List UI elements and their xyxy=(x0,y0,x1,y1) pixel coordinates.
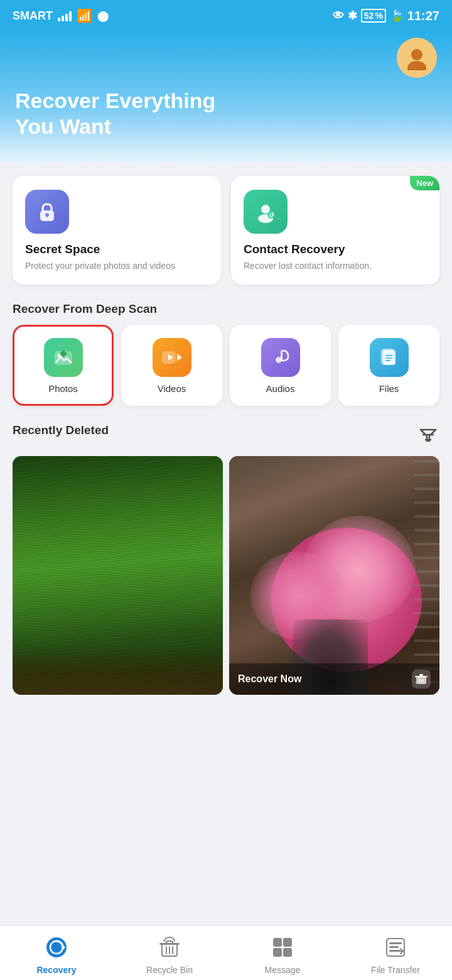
nav-item-recovery[interactable]: Recovery xyxy=(0,934,113,975)
svg-rect-20 xyxy=(385,355,393,356)
files-icon xyxy=(370,338,409,377)
filter-icon[interactable] xyxy=(417,423,439,446)
svg-rect-41 xyxy=(283,938,292,947)
header-title: Recover EverythingYou Want xyxy=(15,88,437,139)
carrier-name: SMART xyxy=(13,9,53,23)
recovery-nav-icon xyxy=(43,934,70,961)
svg-rect-4 xyxy=(46,215,48,217)
avatar[interactable] xyxy=(397,38,437,78)
lock-icon xyxy=(25,190,69,234)
top-cards: Secret Space Protect your private photos… xyxy=(13,176,439,285)
svg-rect-21 xyxy=(385,357,392,359)
videos-icon xyxy=(153,338,191,377)
clock: 11:27 xyxy=(407,9,439,23)
photos-icon xyxy=(44,338,83,377)
recover-bin-icon xyxy=(412,670,431,689)
bottom-nav: Recovery Recycle Bin xyxy=(0,925,452,980)
files-label: Files xyxy=(379,383,399,394)
contact-recovery-card[interactable]: New ↺ Contact Recovery Recover lost cont… xyxy=(231,176,439,285)
photo-grid: Recover Now xyxy=(0,456,452,695)
photos-label: Photos xyxy=(48,383,78,394)
svg-rect-25 xyxy=(419,674,423,676)
recovery-nav-label: Recovery xyxy=(36,965,76,975)
header: Recover EverythingYou Want xyxy=(0,31,452,163)
svg-marker-13 xyxy=(177,354,182,361)
leaf-icon: 🍃 xyxy=(390,9,404,23)
recently-deleted-title: Recently Deleted xyxy=(13,423,109,437)
deep-scan-title: Recover From Deep Scan xyxy=(13,302,439,316)
message-nav-icon xyxy=(269,934,296,961)
secret-space-desc: Protect your private photos and videos xyxy=(25,260,208,273)
svg-rect-35 xyxy=(159,943,180,945)
sim-icon: ⬤ xyxy=(97,10,109,22)
recover-now-overlay[interactable]: Recover Now xyxy=(229,663,439,695)
svg-rect-45 xyxy=(389,942,402,944)
new-badge: New xyxy=(410,176,439,190)
svg-rect-46 xyxy=(389,946,399,948)
svg-rect-22 xyxy=(385,360,390,361)
nav-item-recycle-bin[interactable]: Recycle Bin xyxy=(113,934,226,975)
recently-deleted-header: Recently Deleted xyxy=(13,423,439,446)
svg-rect-40 xyxy=(273,938,282,947)
svg-point-1 xyxy=(407,61,426,70)
nav-item-file-transfer[interactable]: File Transfer xyxy=(339,934,452,975)
audios-icon xyxy=(261,338,300,377)
photo-item-grass[interactable] xyxy=(13,456,223,695)
file-transfer-nav-icon xyxy=(382,934,409,961)
svg-rect-26 xyxy=(415,676,428,677)
recycle-bin-nav-label: Recycle Bin xyxy=(146,965,193,975)
wifi-icon: 📶 xyxy=(77,8,92,23)
videos-label: Videos xyxy=(158,383,186,394)
nav-item-message[interactable]: Message xyxy=(226,934,339,975)
scan-item-photos[interactable]: Photos xyxy=(13,325,114,406)
message-nav-label: Message xyxy=(265,965,301,975)
scan-item-files[interactable]: Files xyxy=(338,325,439,406)
secret-space-title: Secret Space xyxy=(25,242,208,256)
scan-item-videos[interactable]: Videos xyxy=(121,325,222,406)
status-right: 👁 ✱ 52% 🍃 11:27 xyxy=(333,9,439,23)
audios-label: Audios xyxy=(266,383,295,394)
contact-icon: ↺ xyxy=(244,190,288,234)
svg-rect-42 xyxy=(273,948,282,957)
main-content: Secret Space Protect your private photos… xyxy=(0,163,452,808)
file-transfer-nav-label: File Transfer xyxy=(371,965,420,975)
eye-icon: 👁 xyxy=(333,9,344,23)
signal-icon xyxy=(58,10,72,21)
svg-rect-16 xyxy=(281,351,282,361)
svg-point-0 xyxy=(411,49,422,60)
svg-rect-43 xyxy=(283,948,292,957)
bluetooth-icon: ✱ xyxy=(348,9,357,23)
carrier-info: SMART 📶 ⬤ xyxy=(13,8,109,23)
secret-space-card[interactable]: Secret Space Protect your private photos… xyxy=(13,176,221,285)
contact-recovery-title: Contact Recovery xyxy=(244,242,427,256)
deep-scan-grid: Photos Videos Audios xyxy=(13,325,439,406)
status-bar: SMART 📶 ⬤ 👁 ✱ 52% 🍃 11:27 xyxy=(0,0,452,31)
battery-icon: 52% xyxy=(361,9,386,23)
scan-item-audios[interactable]: Audios xyxy=(230,325,331,406)
recover-now-label: Recover Now xyxy=(238,673,301,685)
contact-recovery-desc: Recover lost contact information. xyxy=(244,260,427,273)
svg-text:↺: ↺ xyxy=(269,212,274,219)
photo-item-flower[interactable]: Recover Now xyxy=(229,456,439,695)
recycle-bin-nav-icon xyxy=(156,934,183,961)
